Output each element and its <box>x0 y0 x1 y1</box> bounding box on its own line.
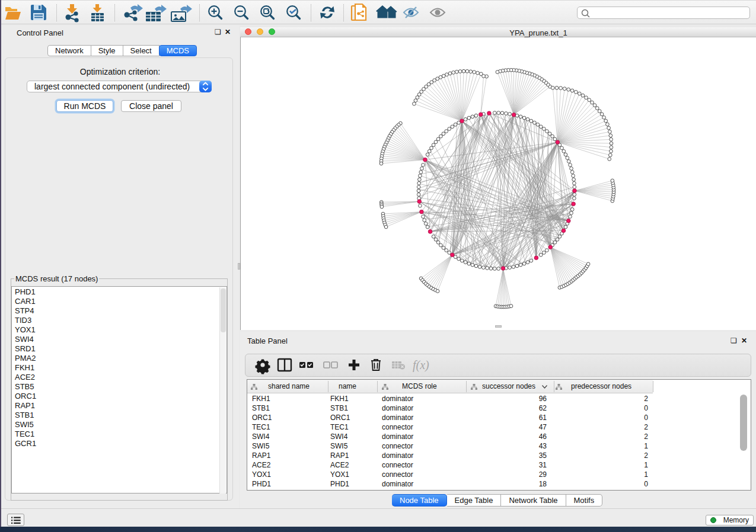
svg-text:f(x): f(x) <box>413 358 429 372</box>
